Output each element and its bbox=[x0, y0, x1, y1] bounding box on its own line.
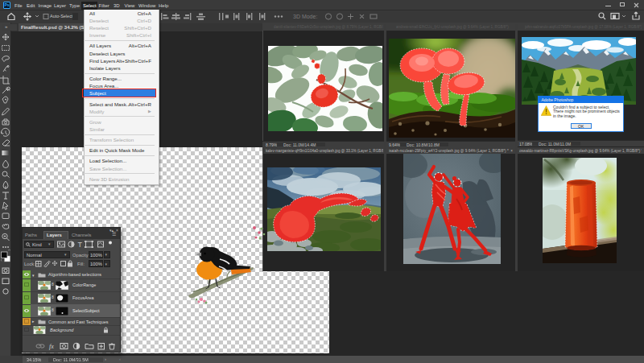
svg-text:T: T bbox=[78, 241, 83, 248]
svg-text:3D Mode:: 3D Mode: bbox=[293, 14, 317, 19]
svg-text:fx: fx bbox=[49, 343, 54, 350]
